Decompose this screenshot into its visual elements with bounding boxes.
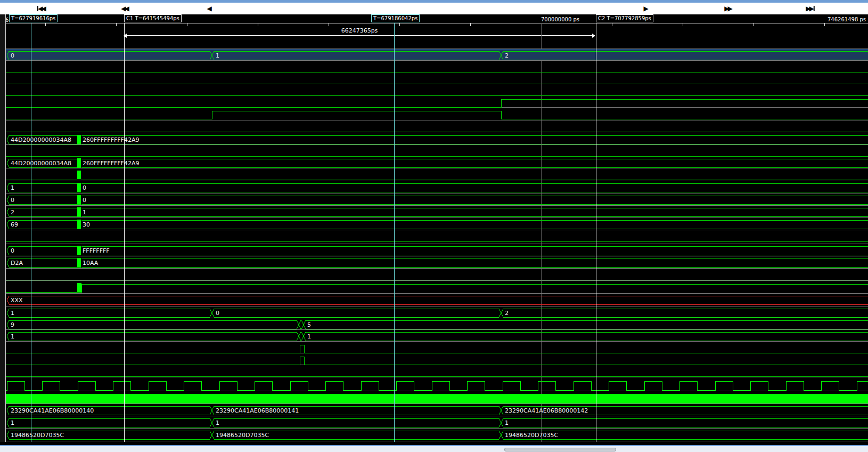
- bus-value-label: 44D20000000034A8: [11, 160, 71, 167]
- waveform-row-24[interactable]: [6, 345, 868, 353]
- waveform-row-22[interactable]: 95: [7, 320, 868, 329]
- waveform-row-21[interactable]: 102: [7, 309, 868, 317]
- c2-cursor[interactable]: [596, 23, 596, 442]
- bus-value-label: 10AA: [83, 260, 99, 267]
- waveform-row-11[interactable]: 10: [7, 183, 868, 192]
- compressed-transition-bar: [77, 246, 81, 255]
- waveform-row-10[interactable]: [6, 171, 868, 180]
- compressed-transition-bar: [77, 195, 81, 205]
- waveform-row-29[interactable]: 23290CA41AE06B8000014023290CA41AE06B8000…: [7, 406, 868, 415]
- compressed-transition-bar: [77, 283, 81, 292]
- bus-value-label: 0: [11, 197, 14, 204]
- bus-value-label: 19486520D7035C: [216, 432, 269, 439]
- waveform-row-5[interactable]: [6, 111, 868, 119]
- waveform-row-13[interactable]: 21: [7, 207, 868, 217]
- waveform-row-7[interactable]: 44D20000000034A8260FFFFFFFFF42A9: [7, 135, 868, 144]
- bus-value-label: 1: [216, 52, 219, 59]
- c1-cursor[interactable]: [124, 23, 125, 442]
- bus-value-label: 2: [505, 310, 509, 317]
- bus-value-label: 0: [216, 310, 219, 317]
- bus-value-label: 1: [11, 333, 14, 340]
- bus-value-label: 0: [83, 184, 86, 191]
- bus-value-label: 260FFFFFFFFF42A9: [83, 136, 139, 143]
- waveform-row-31[interactable]: 19486520D7035C19486520D7035C19486520D703…: [7, 431, 868, 439]
- waveform-row-20[interactable]: XXX: [7, 296, 868, 304]
- bus-value-label: 2: [505, 52, 509, 59]
- bus-value-label: 23290CA41AE06B80000142: [505, 407, 588, 414]
- current-time-cursor[interactable]: [394, 23, 395, 442]
- bus-value-label: D2A: [11, 260, 23, 267]
- waveform-row-12[interactable]: 00: [7, 195, 868, 205]
- waveform-row-16[interactable]: 0FFFFFFFF: [7, 246, 868, 255]
- left-time-cursor[interactable]: [31, 23, 31, 442]
- bus-value-label: 0: [83, 197, 86, 204]
- bus-value-label: 0: [11, 52, 14, 59]
- waveform-row-25[interactable]: [6, 357, 868, 365]
- bus-value-label: 0: [11, 247, 14, 254]
- bus-value-label: XXX: [11, 297, 23, 304]
- dense-toggle-fill: [6, 394, 868, 403]
- bus-value-label: 69: [11, 221, 18, 228]
- waveform-row-28[interactable]: [6, 394, 868, 403]
- waveform-viewer-window: { "colors":{ "accent_blue":"#6f9ed6", "w…: [0, 0, 868, 452]
- waveform-row-19[interactable]: [6, 283, 868, 292]
- compressed-transition-bar: [77, 258, 81, 268]
- waveform-row-17[interactable]: D2A10AA: [7, 258, 868, 268]
- wave-panel[interactable]: 01244D20000000034A8260FFFFFFFFF42A944D20…: [0, 0, 868, 452]
- bus-value-label: 19486520D7035C: [11, 432, 64, 439]
- compressed-transition-bar: [77, 207, 81, 217]
- waveform-row-14[interactable]: 6930: [7, 220, 868, 229]
- bus-value-label: 1: [11, 184, 14, 191]
- bus-value-label: FFFFFFFF: [83, 247, 110, 254]
- compressed-transition-bar: [77, 220, 81, 229]
- bus-value-label: 19486520D7035C: [505, 432, 558, 439]
- bus-value-label: 1: [83, 209, 86, 216]
- compressed-transition-bar: [77, 135, 81, 144]
- waveform-row-9[interactable]: 44D20000000034A8260FFFFFFFFF42A9: [7, 158, 868, 168]
- compressed-transition-bar: [77, 183, 81, 192]
- bus-value-label: 5: [307, 321, 311, 328]
- bus-value-label: 23290CA41AE06B80000141: [216, 407, 299, 414]
- waveform-row-23[interactable]: 11: [7, 332, 868, 341]
- bus-value-label: 30: [83, 221, 90, 228]
- bus-value-label: 1: [216, 419, 219, 426]
- bus-value-label: 1: [11, 419, 14, 426]
- bus-value-label: 1: [307, 333, 311, 340]
- waveform-row-30[interactable]: 111: [7, 418, 868, 427]
- bus-value-label: 2: [11, 209, 14, 216]
- waveform-row-27[interactable]: [6, 381, 868, 390]
- selected-row-highlight: [6, 49, 868, 61]
- compressed-transition-bar: [77, 158, 81, 168]
- bus-value-label: 23290CA41AE06B80000140: [11, 407, 94, 414]
- bus-value-label: 1: [505, 419, 509, 426]
- bus-value-label: 260FFFFFFFFF42A9: [83, 160, 139, 167]
- glitch-pulse-bar: [77, 171, 81, 179]
- waveform-row-4[interactable]: [6, 99, 868, 107]
- bus-value-label: 9: [11, 321, 14, 328]
- bus-value-label: 44D20000000034A8: [11, 136, 71, 143]
- bus-value-label: 1: [11, 310, 14, 317]
